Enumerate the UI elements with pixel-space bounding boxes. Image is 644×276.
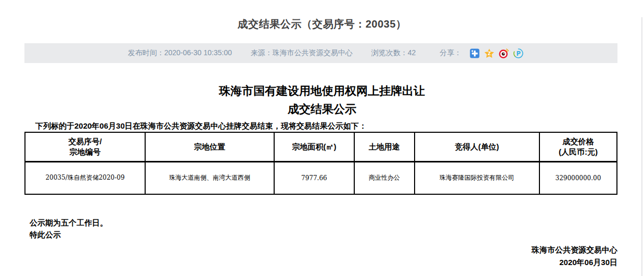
- pengyou-icon[interactable]: P: [513, 48, 523, 58]
- table-row: 20035/珠自然资储2020-09 珠海大道南侧、南湾大道西侧 7977.66…: [25, 161, 617, 194]
- document-heading-line2: 成交结果公示: [0, 100, 644, 118]
- col-header-line: 宗地面积(㎡): [275, 142, 354, 152]
- col-header-line: 成交价格: [540, 136, 616, 147]
- document-heading: 珠海市国有建设用地使用权网上挂牌出让 成交结果公示: [0, 82, 644, 118]
- cell-area: 7977.66: [274, 161, 354, 194]
- weibo-icon[interactable]: [499, 48, 509, 58]
- col-header-land-use: 土地用途: [354, 132, 415, 161]
- publish-time: 发布时间：2020-06-30 10:35:00: [128, 48, 232, 58]
- share-icons: Z P: [470, 48, 523, 58]
- col-header-winner: 竞得人(单位): [415, 132, 539, 161]
- announcement-page: 成交结果公示（交易序号：20035） 发布时间：2020-06-30 10:35…: [0, 17, 644, 276]
- cell-price: 329000000.00: [539, 161, 617, 194]
- share-label: 分享：: [440, 48, 461, 58]
- svg-text:Z: Z: [488, 51, 491, 56]
- share-more-icon[interactable]: [470, 48, 480, 58]
- result-table: 交易序号/ 宗地编号 宗地位置 宗地面积(㎡) 土地用途 竞得人(单位) 成交价…: [24, 132, 617, 195]
- cell-land-use: 商业性办公: [354, 161, 415, 194]
- col-header-line: 宗地编号: [25, 147, 145, 157]
- col-header-transaction-no: 交易序号/ 宗地编号: [25, 132, 145, 161]
- table-header-row: 交易序号/ 宗地编号 宗地位置 宗地面积(㎡) 土地用途 竞得人(单位) 成交价…: [25, 132, 617, 161]
- closing-line1: 公示期为五个工作日。: [30, 217, 644, 229]
- col-header-line: 土地用途: [355, 142, 414, 152]
- document-heading-line1: 珠海市国有建设用地使用权网上挂牌出让: [0, 82, 644, 100]
- page-title: 成交结果公示（交易序号：20035）: [0, 17, 644, 31]
- closing-block: 公示期为五个工作日。 特此公示: [30, 217, 644, 241]
- qzone-icon[interactable]: Z: [484, 48, 494, 58]
- col-header-line: (人民币:元): [540, 147, 616, 157]
- col-header-line: 竞得人(单位): [415, 142, 539, 152]
- col-header-price: 成交价格 (人民币:元): [539, 132, 617, 161]
- share-group: 分享： Z: [440, 48, 523, 58]
- cell-transaction-no: 20035/珠自然资储2020-09: [25, 161, 145, 194]
- signature-org: 珠海市公共资源交易中心: [0, 244, 617, 256]
- signature-block: 珠海市公共资源交易中心 2020年06月30日: [0, 244, 617, 269]
- view-count: 浏览次数：42: [371, 48, 416, 58]
- col-header-area: 宗地面积(㎡): [274, 132, 354, 161]
- signature-date: 2020年06月30日: [0, 256, 617, 269]
- meta-bar: 发布时间：2020-06-30 10:35:00 来源：珠海市公共资源交易中心 …: [24, 43, 617, 63]
- source: 来源：珠海市公共资源交易中心: [251, 48, 353, 58]
- cell-location: 珠海大道南侧、南湾大道西侧: [145, 161, 274, 194]
- col-header-line: 宗地位置: [146, 142, 274, 152]
- cell-winner: 珠海赛隆国际投资有限公司: [415, 161, 539, 194]
- col-header-location: 宗地位置: [145, 132, 274, 161]
- closing-line2: 特此公示: [30, 229, 644, 241]
- document-intro: 下列标的于2020年06月30日在珠海市公共资源交易中心挂牌交易结束，现将交易结…: [24, 120, 620, 132]
- col-header-line: 交易序号/: [25, 136, 145, 147]
- svg-text:P: P: [517, 50, 521, 57]
- page-right-edge-divider: [641, 17, 642, 276]
